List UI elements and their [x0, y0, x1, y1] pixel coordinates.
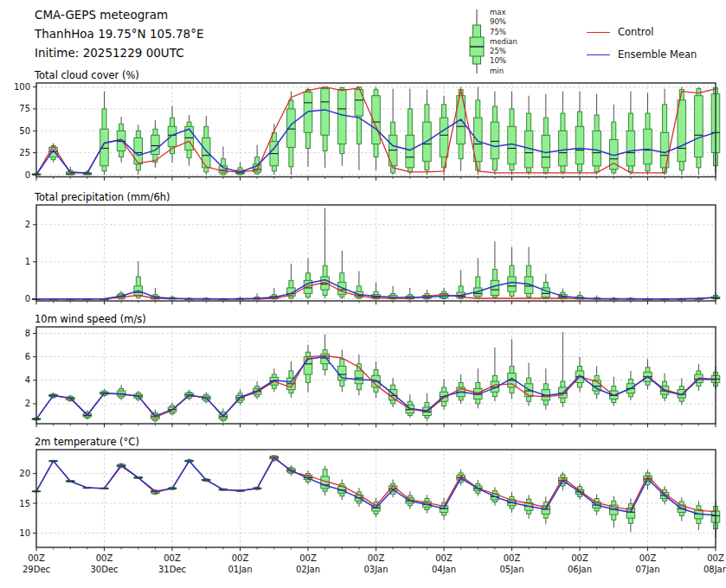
- figure-inittime: Initime: 20251229 00UTC: [35, 43, 203, 62]
- svg-text:04Jan: 04Jan: [432, 565, 456, 574]
- svg-text:6: 6: [25, 352, 30, 361]
- svg-text:00Z: 00Z: [707, 553, 724, 563]
- svg-text:2: 2: [25, 399, 30, 408]
- control-label: Control: [618, 26, 654, 38]
- svg-text:00Z: 00Z: [368, 553, 385, 563]
- svg-text:06Jan: 06Jan: [568, 565, 592, 574]
- svg-text:05Jan: 05Jan: [499, 565, 524, 574]
- svg-text:00Z: 00Z: [639, 553, 657, 563]
- panel-temp-title: 2m temperature (°C): [35, 436, 139, 448]
- svg-text:20: 20: [19, 469, 30, 478]
- svg-text:30Dec: 30Dec: [90, 565, 118, 574]
- svg-text:02Jan: 02Jan: [296, 565, 320, 574]
- panel-temp-x-ticks: [36, 547, 716, 551]
- svg-text:2: 2: [25, 220, 30, 229]
- svg-text:03Jan: 03Jan: [363, 565, 388, 574]
- panel-wind-y-axis: 2468: [25, 329, 36, 408]
- legend-25-label: 25%: [490, 47, 517, 56]
- svg-text:100: 100: [14, 82, 30, 92]
- svg-text:1: 1: [25, 257, 30, 266]
- svg-text:00Z: 00Z: [164, 553, 181, 563]
- panel-cloud: 0255075100Total cloud cover (%): [14, 69, 720, 181]
- panel-wind-x-ticks: [36, 424, 716, 427]
- svg-text:4: 4: [25, 375, 30, 385]
- svg-text:00Z: 00Z: [571, 553, 588, 563]
- svg-text:15: 15: [19, 499, 30, 508]
- legend-min-label: min: [490, 67, 517, 76]
- svg-text:31Dec: 31Dec: [158, 565, 186, 574]
- panel-wind: 246810m wind speed (m/s): [25, 313, 720, 427]
- panel-cloud-y-axis: 0255075100: [14, 82, 36, 179]
- svg-text:25: 25: [19, 148, 30, 157]
- legend-control: Control: [587, 26, 654, 38]
- meteogram-figure: 0255075100Total cloud cover (%)012Total …: [0, 0, 726, 588]
- svg-text:00Z: 00Z: [299, 553, 317, 563]
- svg-text:29Dec: 29Dec: [22, 565, 50, 574]
- figure-location: ThanhHoa 19.75°N 105.78°E: [35, 24, 203, 43]
- panel-precip-y-axis: 012: [25, 220, 36, 304]
- legend-max-label: max: [490, 8, 517, 17]
- svg-text:00Z: 00Z: [28, 553, 45, 563]
- legend-10-label: 10%: [490, 56, 517, 66]
- svg-text:01Jan: 01Jan: [228, 565, 252, 574]
- svg-text:00Z: 00Z: [96, 553, 113, 563]
- svg-text:00Z: 00Z: [232, 553, 249, 563]
- svg-text:50: 50: [19, 126, 30, 136]
- panel-precip-x-ticks: [36, 301, 716, 304]
- x-axis-date-labels: 00Z29Dec00Z30Dec00Z31Dec00Z01Jan00Z02Jan…: [22, 553, 726, 574]
- figure-title: CMA-GEPS meteogram: [35, 5, 203, 24]
- panel-cloud-x-ticks: [36, 177, 716, 181]
- svg-text:8: 8: [25, 329, 30, 338]
- legend-75-label: 75%: [490, 28, 517, 37]
- figure-header: CMA-GEPS meteogram ThanhHoa 19.75°N 105.…: [35, 5, 203, 62]
- legend-90-label: 90%: [490, 17, 517, 27]
- svg-text:08Jan: 08Jan: [704, 565, 726, 574]
- boxplot-legend-labels: max 90% 75% median 25% 10% min: [490, 8, 517, 76]
- ensemble-mean-label: Ensemble Mean: [618, 48, 697, 61]
- panel-cloud-title: Total cloud cover (%): [34, 69, 139, 81]
- svg-text:00Z: 00Z: [504, 553, 521, 563]
- svg-text:75: 75: [19, 104, 30, 113]
- svg-text:0: 0: [25, 294, 30, 304]
- ensemble-mean-line-swatch: [587, 54, 610, 55]
- legend-ensemble: Ensemble Mean: [587, 48, 697, 61]
- boxplot-legend-icon: [462, 5, 490, 78]
- control-line-swatch: [587, 32, 610, 33]
- svg-text:07Jan: 07Jan: [635, 565, 659, 574]
- svg-text:10: 10: [19, 528, 30, 538]
- legend-median-label: median: [490, 37, 517, 47]
- svg-text:00Z: 00Z: [435, 553, 453, 563]
- svg-text:0: 0: [25, 170, 30, 180]
- panel-wind-title: 10m wind speed (m/s): [35, 313, 146, 325]
- panel-precip: 012Total precipitation (mm/6h): [25, 191, 720, 304]
- panel-temp-y-axis: 101520: [19, 469, 36, 538]
- panel-precip-title: Total precipitation (mm/6h): [34, 191, 170, 203]
- panel-temp: 1015202m temperature (°C): [19, 436, 720, 551]
